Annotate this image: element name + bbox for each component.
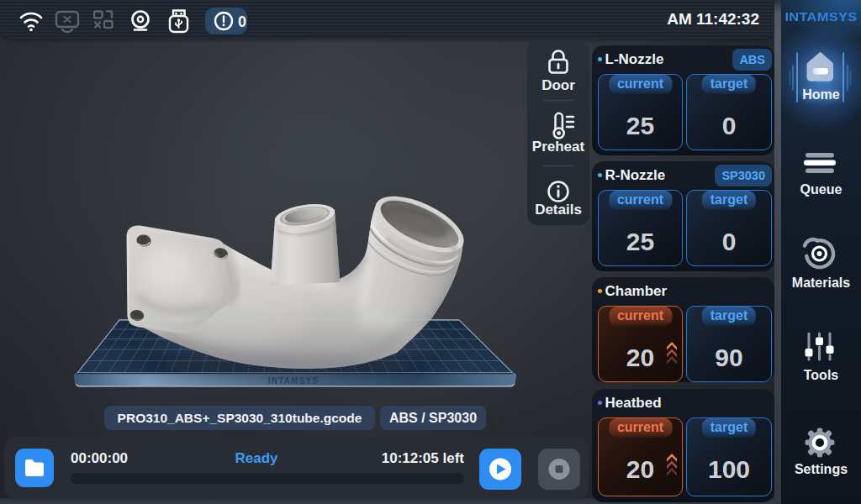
svg-text:INTAMSYS: INTAMSYS (268, 376, 320, 386)
svg-text:0: 0 (238, 13, 246, 30)
